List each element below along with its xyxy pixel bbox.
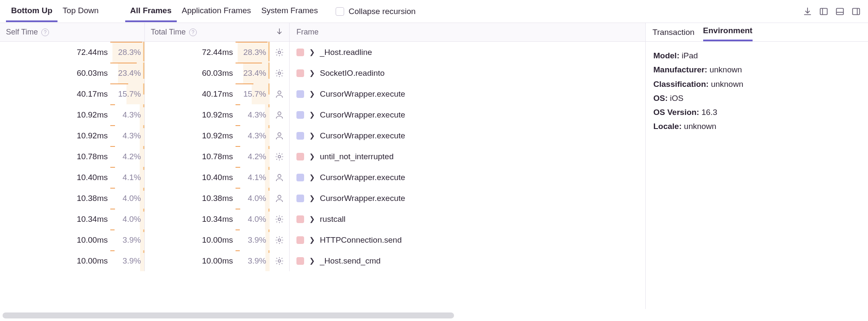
gear-icon[interactable] [270, 256, 289, 266]
frame-filter-tabs: All Frames Application Frames System Fra… [125, 1, 323, 22]
table-row[interactable]: 10.92ms4.3%10.92ms4.3%❯CursorWrapper.exe… [0, 104, 645, 125]
cell-frame: ❯SocketIO.readinto [290, 63, 645, 83]
tab-application-frames[interactable]: Application Frames [177, 1, 256, 22]
svg-point-7 [278, 72, 281, 75]
tab-top-down[interactable]: Top Down [57, 1, 104, 22]
table-row[interactable]: 10.34ms4.0%10.34ms4.0%❯rustcall [0, 209, 645, 229]
svg-point-15 [278, 239, 281, 241]
chevron-right-icon[interactable]: ❯ [309, 173, 315, 181]
frame-color-swatch [296, 111, 304, 119]
chevron-right-icon[interactable]: ❯ [309, 236, 315, 244]
chevron-right-icon[interactable]: ❯ [309, 215, 315, 223]
env-value: iPad [682, 51, 698, 60]
cell-frame: ❯CursorWrapper.execute [290, 125, 645, 146]
svg-point-6 [278, 51, 281, 54]
user-icon[interactable] [270, 194, 289, 203]
help-icon[interactable]: ? [41, 29, 49, 36]
chevron-right-icon[interactable]: ❯ [309, 69, 315, 77]
env-key: Classification: [653, 80, 709, 89]
cell-self-time: 10.92ms4.3% [0, 125, 145, 146]
table-row[interactable]: 10.38ms4.0%10.38ms4.0%❯CursorWrapper.exe… [0, 188, 645, 209]
layout-left-icon[interactable] [818, 6, 830, 17]
total-time-value: 10.00ms [145, 235, 236, 245]
frame-name: CursorWrapper.execute [320, 89, 405, 99]
cell-total-time: 10.38ms4.0% [145, 188, 290, 209]
cell-frame: ❯rustcall [290, 209, 645, 229]
cell-total-time: 10.92ms4.3% [145, 125, 290, 146]
chevron-right-icon[interactable]: ❯ [309, 111, 315, 119]
self-time-value: 10.40ms [0, 173, 110, 182]
svg-rect-2 [836, 8, 844, 14]
help-icon[interactable]: ? [189, 29, 197, 36]
tab-all-frames[interactable]: All Frames [125, 1, 177, 22]
cell-total-time: 10.92ms4.3% [145, 104, 290, 125]
table-row[interactable]: 10.92ms4.3%10.92ms4.3%❯CursorWrapper.exe… [0, 125, 645, 146]
env-value: unknown [711, 80, 743, 89]
table-row[interactable]: 10.00ms3.9%10.00ms3.9%❯HTTPConnection.se… [0, 229, 645, 250]
gear-icon[interactable] [270, 235, 289, 245]
gear-icon[interactable] [270, 69, 289, 78]
cell-self-time: 10.92ms4.3% [0, 104, 145, 125]
cell-total-time: 72.44ms28.3% [145, 42, 290, 63]
frame-color-swatch [296, 69, 304, 77]
env-row: Classification: unknown [653, 77, 860, 91]
sort-desc-icon [276, 27, 283, 37]
chevron-right-icon[interactable]: ❯ [309, 90, 315, 98]
chevron-right-icon[interactable]: ❯ [309, 257, 315, 265]
total-time-value: 60.03ms [145, 69, 236, 78]
table-row[interactable]: 72.44ms28.3%72.44ms28.3%❯_Host.readline [0, 42, 645, 63]
frame-name: SocketIO.readinto [320, 69, 385, 78]
cell-self-time: 40.17ms15.7% [0, 83, 145, 104]
gear-icon[interactable] [270, 152, 289, 161]
collapse-recursion-toggle[interactable]: Collapse recursion [336, 7, 415, 16]
gear-icon[interactable] [270, 48, 289, 57]
col-frame-label: Frame [296, 28, 319, 37]
frame-name: rustcall [320, 215, 345, 224]
tab-bottom-up[interactable]: Bottom Up [6, 1, 57, 22]
self-time-value: 60.03ms [0, 69, 110, 78]
horizontal-scrollbar[interactable] [3, 312, 454, 318]
chevron-right-icon[interactable]: ❯ [309, 48, 315, 56]
cell-self-time: 10.40ms4.1% [0, 167, 145, 188]
cell-self-time: 10.38ms4.0% [0, 188, 145, 209]
layout-right-icon[interactable] [850, 6, 862, 17]
user-icon[interactable] [270, 89, 289, 99]
table-row[interactable]: 10.00ms3.9%10.00ms3.9%❯_Host.send_cmd [0, 250, 645, 271]
env-key: Manufacturer: [653, 65, 707, 74]
download-icon[interactable] [802, 6, 813, 17]
env-value: iOS [670, 94, 684, 103]
frame-color-swatch [296, 195, 304, 202]
env-key: Locale: [653, 122, 682, 131]
env-key: OS: [653, 94, 668, 103]
table-row[interactable]: 10.78ms4.2%10.78ms4.2%❯until_not_interru… [0, 146, 645, 167]
user-icon[interactable] [270, 110, 289, 120]
user-icon[interactable] [270, 131, 289, 140]
chevron-right-icon[interactable]: ❯ [309, 132, 315, 140]
frame-name: HTTPConnection.send [320, 235, 402, 245]
chevron-right-icon[interactable]: ❯ [309, 194, 315, 202]
cell-total-time: 10.00ms3.9% [145, 229, 290, 250]
total-time-value: 10.92ms [145, 131, 236, 140]
total-time-value: 40.17ms [145, 89, 236, 99]
col-frame[interactable]: Frame [290, 23, 645, 41]
user-icon[interactable] [270, 173, 289, 182]
table-row[interactable]: 40.17ms15.7%40.17ms15.7%❯CursorWrapper.e… [0, 83, 645, 104]
layout-bottom-icon[interactable] [834, 6, 846, 17]
col-self-time[interactable]: Self Time ? [0, 23, 145, 41]
frame-color-swatch [296, 132, 304, 140]
table-row[interactable]: 60.03ms23.4%60.03ms23.4%❯SocketIO.readin… [0, 63, 645, 83]
total-time-value: 10.38ms [145, 194, 236, 203]
tab-system-frames[interactable]: System Frames [256, 1, 323, 22]
svg-point-13 [278, 195, 281, 198]
col-total-time[interactable]: Total Time ? [145, 23, 290, 41]
gear-icon[interactable] [270, 215, 289, 224]
svg-point-11 [278, 155, 281, 158]
frame-color-swatch [296, 153, 304, 160]
chevron-right-icon[interactable]: ❯ [309, 152, 315, 160]
table-row[interactable]: 10.40ms4.1%10.40ms4.1%❯CursorWrapper.exe… [0, 167, 645, 188]
svg-point-8 [278, 91, 281, 94]
tab-transaction[interactable]: Transaction [652, 23, 695, 41]
tab-environment[interactable]: Environment [703, 22, 753, 41]
cell-frame: ❯CursorWrapper.execute [290, 188, 645, 209]
total-time-value: 10.92ms [145, 110, 236, 120]
